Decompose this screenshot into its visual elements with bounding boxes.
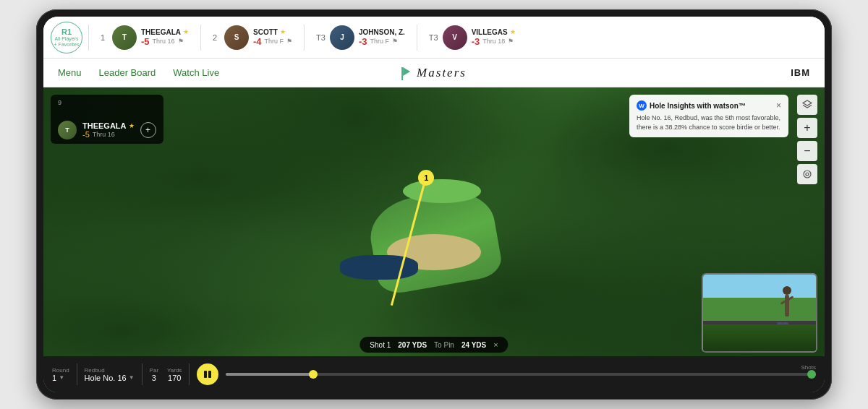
par-value: 3 xyxy=(152,374,156,382)
player-name-4: VILLEGAS xyxy=(472,28,508,36)
player-avatar-3: J xyxy=(330,25,354,50)
player-thru-4: Thru 18 xyxy=(482,38,505,45)
player-rank-2: 2 xyxy=(213,33,220,42)
overlay-thru: Thru 16 xyxy=(93,131,115,138)
player-score-1: -5 xyxy=(141,36,150,47)
tablet-frame: R1 All Players + Favorites 1 T THEEGALA … xyxy=(36,9,832,400)
shot-distance: 207 YDS xyxy=(398,341,427,349)
main-content: 1 9 T THEEGALA ★ -5 Thru 1 xyxy=(43,87,825,392)
round-ctrl-label: Round xyxy=(52,367,69,374)
player-score-3: -3 xyxy=(359,36,367,47)
play-pause-button[interactable] xyxy=(197,363,218,385)
hole-selector[interactable]: Redbud Hole No. 16 ▼ xyxy=(85,367,135,382)
flag-icon-2: ⚑ xyxy=(286,38,292,45)
hole-ctrl-value: Hole No. 16 ▼ xyxy=(85,374,135,382)
player-thru-2: Thru F xyxy=(265,38,284,45)
round-selector[interactable]: Round 1 ▼ xyxy=(52,367,69,382)
map-settings-button[interactable] xyxy=(797,164,817,184)
overlay-star: ★ xyxy=(129,122,135,129)
scoreboard-divider-3 xyxy=(304,25,305,51)
bottom-controls: Round 1 ▼ Redbud Hole No. 16 ▼ xyxy=(43,356,825,392)
svg-point-0 xyxy=(804,171,811,178)
zoom-in-button[interactable]: + xyxy=(797,118,817,138)
nav-menu[interactable]: Menu xyxy=(58,67,82,78)
player-rank-4: T3 xyxy=(429,33,438,42)
redbud-label: Redbud xyxy=(85,367,135,374)
yards-display: Yards 170 xyxy=(167,367,182,382)
shot-label: Shot 1 xyxy=(370,341,391,349)
watson-header: W Hole Insights with watson™ × xyxy=(637,100,781,111)
overlay-avatar: T xyxy=(58,121,77,139)
video-grass xyxy=(703,324,816,351)
ctrl-divider-3 xyxy=(189,363,190,385)
overlay-score: -5 xyxy=(82,130,90,139)
watson-insights-overlay: W Hole Insights with watson™ × Hole No. … xyxy=(629,95,788,137)
player-rank-1: 1 xyxy=(101,33,108,42)
putting-green xyxy=(403,179,481,204)
player-info-3: JOHNSON, Z. -3 Thru F ⚑ xyxy=(359,28,405,47)
overlay-player-info: THEEGALA ★ -5 Thru 16 xyxy=(82,121,135,139)
add-to-favorites-button[interactable]: + xyxy=(140,122,156,138)
map-controls: + − xyxy=(797,95,817,184)
nav-leaderboard[interactable]: Leader Board xyxy=(99,67,156,78)
player-rank-3: T3 xyxy=(316,33,326,42)
flag-triangle xyxy=(403,67,410,76)
pause-icon xyxy=(203,369,213,379)
par-yards-group: Par 3 Yards 170 xyxy=(150,367,182,382)
player-info-1: THEEGALA ★ -5 Thru 16 ⚑ xyxy=(141,28,189,47)
overlay-hole-number: 9 xyxy=(58,99,61,106)
masters-logo: Masters xyxy=(401,66,467,80)
map-layers-button[interactable] xyxy=(797,95,817,115)
to-pin-distance: 24 YDS xyxy=(461,341,486,349)
ctrl-divider-2 xyxy=(142,363,142,385)
yards-value: 170 xyxy=(168,374,181,382)
scoreboard-divider-1 xyxy=(88,25,89,51)
player-card-2[interactable]: 2 S SCOTT ★ -4 Thru F ⚑ xyxy=(207,25,298,50)
round-dropdown-icon: ▼ xyxy=(59,374,64,381)
player-star-1: ★ xyxy=(183,28,189,35)
yards-label: Yards xyxy=(167,367,182,374)
scoreboard-bar: R1 All Players + Favorites 1 T THEEGALA … xyxy=(43,17,825,59)
watson-close-button[interactable]: × xyxy=(776,100,781,111)
round-label: R1 xyxy=(61,27,72,36)
player-avatar-1: T xyxy=(112,25,137,50)
shots-label: Shots xyxy=(801,364,816,371)
player-card-4[interactable]: T3 V VILLEGAS ★ -3 Thru 18 ⚑ xyxy=(423,25,522,50)
flag-icon-4: ⚑ xyxy=(508,38,514,45)
hole-dropdown-icon: ▼ xyxy=(129,374,135,381)
par-display: Par 3 xyxy=(150,367,158,382)
player-card-3[interactable]: T3 J JOHNSON, Z. -3 Thru F ⚑ xyxy=(310,25,411,50)
masters-logo-mark: Masters xyxy=(401,66,467,80)
timeline-marker-current xyxy=(309,370,318,379)
overlay-player-row: T THEEGALA ★ -5 Thru 16 xyxy=(58,121,156,139)
flag-icon-3: ⚑ xyxy=(392,38,398,45)
masters-wordmark: Masters xyxy=(417,66,467,80)
timeline-track[interactable]: Shots xyxy=(226,373,816,376)
svg-rect-2 xyxy=(204,371,207,378)
player-name-3: JOHNSON, Z. xyxy=(359,28,405,36)
water-hazard xyxy=(340,255,418,280)
ctrl-divider-1 xyxy=(77,363,77,385)
svg-point-1 xyxy=(806,173,809,176)
course-map[interactable]: 1 9 T THEEGALA ★ -5 Thru 1 xyxy=(43,87,825,392)
player-name-1: THEEGALA xyxy=(141,28,181,36)
round-badge[interactable]: R1 All Players + Favorites xyxy=(51,22,82,53)
player-thru-3: Thru F xyxy=(370,38,389,45)
timeline-container[interactable]: Shots xyxy=(226,373,816,376)
overlay-player-name: THEEGALA xyxy=(82,121,127,130)
timeline-marker-end xyxy=(807,370,816,379)
masters-flag-shape xyxy=(401,66,414,80)
player-score-4: -3 xyxy=(472,36,480,47)
video-thumbnail[interactable] xyxy=(702,273,817,353)
scoreboard-divider-4 xyxy=(417,25,417,51)
to-pin-label: To Pin xyxy=(434,341,454,349)
player-card-1[interactable]: 1 T THEEGALA ★ -5 Thru 16 ⚑ xyxy=(95,25,195,50)
watson-title-row: W Hole Insights with watson™ xyxy=(637,100,746,111)
watson-icon: W xyxy=(637,100,647,111)
player-star-2: ★ xyxy=(280,28,286,35)
scoreboard-divider-2 xyxy=(200,25,201,51)
shot-info-close-button[interactable]: × xyxy=(493,340,498,349)
nav-watch-live[interactable]: Watch Live xyxy=(173,67,219,78)
zoom-out-button[interactable]: − xyxy=(797,141,817,161)
video-scene xyxy=(703,275,816,351)
